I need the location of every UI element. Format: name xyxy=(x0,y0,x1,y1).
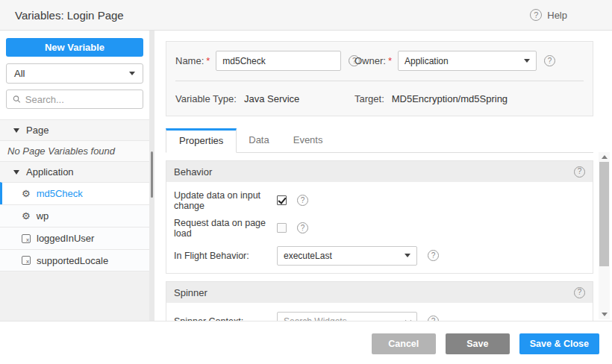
tree-item-label: loggedInUser xyxy=(37,233,94,244)
sidebar-item-wp[interactable]: ⚙ wp xyxy=(0,204,149,227)
help-label: Help xyxy=(547,10,567,21)
service-variable-icon: ⚙ xyxy=(22,189,31,198)
owner-label: Owner: xyxy=(355,55,386,66)
static-variable-icon: x xyxy=(22,256,31,265)
owner-group: Owner: * Application xyxy=(355,51,555,71)
spinner-context-select[interactable]: Search Widgets xyxy=(277,312,417,321)
scroll-up-icon[interactable] xyxy=(602,155,608,159)
target-value: MD5Encryption/md5Spring xyxy=(392,93,508,104)
main-panel: Name: * Owner: * Application xyxy=(154,31,612,321)
tree-group-page[interactable]: Page xyxy=(0,119,149,140)
sidebar: New Variable All Page xyxy=(0,31,149,321)
sidebar-item-loggedinuser[interactable]: x loggedInUser xyxy=(0,227,149,249)
behavior-section-body: Update data on input change Request data… xyxy=(166,182,593,273)
name-owner-row: Name: * Owner: * Application xyxy=(175,51,584,71)
variable-tree: Page No Page Variables found Application… xyxy=(0,119,149,272)
sidebar-scrollbar-thumb[interactable] xyxy=(151,151,153,198)
tree-group-application[interactable]: Application xyxy=(0,161,149,182)
prop-label: Request data on page load xyxy=(174,218,277,239)
target-group: Target: MD5Encryption/md5Spring xyxy=(355,93,508,104)
prop-row-update-data: Update data on input change xyxy=(174,186,585,214)
sidebar-filler xyxy=(0,272,149,321)
sidebar-scrollbar[interactable] xyxy=(149,31,154,321)
request-data-help-icon[interactable] xyxy=(297,222,308,233)
request-data-checkbox[interactable] xyxy=(277,223,287,233)
target-label: Target: xyxy=(355,93,384,104)
sidebar-item-md5check[interactable]: ⚙ md5Check xyxy=(0,182,149,204)
tree-group-label: Page xyxy=(26,125,49,136)
owner-help-icon[interactable] xyxy=(544,55,555,66)
type-target-row: Variable Type: Java Service Target: MD5E… xyxy=(175,92,584,105)
search-icon xyxy=(13,95,21,104)
prop-label: Update data on input change xyxy=(174,190,277,211)
static-variable-icon: x xyxy=(22,234,31,243)
behavior-section: Behavior Update data on input change Req… xyxy=(166,160,593,274)
new-variable-button[interactable]: New Variable xyxy=(6,38,143,57)
spinner-section-body: Spinner Context: Search Widgets xyxy=(166,303,593,321)
name-label: Name: xyxy=(175,55,204,66)
required-marker: * xyxy=(206,55,210,66)
divider xyxy=(175,81,584,81)
tree-item-label: supportedLocale xyxy=(37,255,108,266)
owner-value: Application xyxy=(405,56,449,66)
service-variable-icon: ⚙ xyxy=(22,211,31,221)
in-flight-help-icon[interactable] xyxy=(428,250,439,261)
prop-row-spinner-context: Spinner Context: Search Widgets xyxy=(174,307,585,321)
spinner-context-help-icon[interactable] xyxy=(428,316,439,321)
page-title: Variables: Login Page xyxy=(15,9,124,22)
in-flight-behavior-select[interactable]: executeLast xyxy=(277,246,417,266)
variables-dialog: Variables: Login Page Help New Variable … xyxy=(0,0,612,364)
help-button[interactable]: Help xyxy=(530,9,567,21)
spinner-section: Spinner Spinner Context: Search Widgets xyxy=(166,281,593,321)
update-data-checkbox[interactable] xyxy=(277,195,287,205)
cancel-button[interactable]: Cancel xyxy=(372,333,436,354)
collapse-arrow-icon xyxy=(13,128,19,133)
in-flight-behavior-value: executeLast xyxy=(284,251,332,261)
sidebar-item-supportedlocale[interactable]: x supportedLocale xyxy=(0,249,149,272)
spinner-title: Spinner xyxy=(174,287,207,298)
chevron-down-icon xyxy=(405,254,410,257)
search-input[interactable] xyxy=(25,94,137,105)
prop-label: Spinner Context: xyxy=(174,316,277,321)
sidebar-controls: New Variable All xyxy=(0,31,149,109)
chevron-down-icon xyxy=(524,59,530,63)
collapse-arrow-icon xyxy=(13,170,19,175)
scrollbar-thumb[interactable] xyxy=(599,162,609,266)
behavior-section-header: Behavior xyxy=(166,161,593,182)
tree-group-label: Application xyxy=(26,166,74,178)
owner-select[interactable]: Application xyxy=(398,51,537,71)
variable-filter-select[interactable]: All xyxy=(6,63,143,84)
tab-data[interactable]: Data xyxy=(237,128,281,152)
required-marker: * xyxy=(388,55,392,66)
dialog-header: Variables: Login Page Help xyxy=(0,0,612,31)
tab-events[interactable]: Events xyxy=(281,128,335,152)
properties-scrollbar[interactable] xyxy=(599,152,610,319)
name-input[interactable] xyxy=(216,51,341,71)
dialog-footer: Cancel Save Save & Close xyxy=(0,321,612,363)
variable-type-label: Variable Type: xyxy=(175,93,237,104)
spinner-section-header: Spinner xyxy=(166,282,593,303)
spinner-help-icon[interactable] xyxy=(574,287,585,298)
tab-properties[interactable]: Properties xyxy=(166,128,237,153)
search-box[interactable] xyxy=(6,90,143,109)
variable-type-value: Java Service xyxy=(244,93,299,104)
prop-label: In Flight Behavior: xyxy=(174,251,277,261)
update-data-help-icon[interactable] xyxy=(297,195,308,206)
tab-bar: Properties Data Events xyxy=(166,128,593,153)
help-icon xyxy=(530,9,542,21)
chevron-down-icon xyxy=(129,72,135,75)
prop-row-in-flight: In Flight Behavior: executeLast xyxy=(174,242,585,269)
behavior-help-icon[interactable] xyxy=(574,166,585,178)
variable-info-box: Name: * Owner: * Application xyxy=(166,41,593,116)
chevron-down-icon xyxy=(405,317,411,321)
tree-item-label: wp xyxy=(37,210,49,222)
tree-item-label: md5Check xyxy=(37,188,83,199)
save-button[interactable]: Save xyxy=(446,333,510,354)
behavior-title: Behavior xyxy=(174,166,212,178)
scroll-down-icon[interactable] xyxy=(602,313,608,316)
variable-filter-value: All xyxy=(14,68,25,79)
dialog-body: New Variable All Page xyxy=(0,31,612,321)
save-and-close-button[interactable]: Save & Close xyxy=(519,333,599,354)
spinner-context-placeholder: Search Widgets xyxy=(284,316,347,321)
prop-row-request-data: Request data on page load xyxy=(174,214,585,242)
